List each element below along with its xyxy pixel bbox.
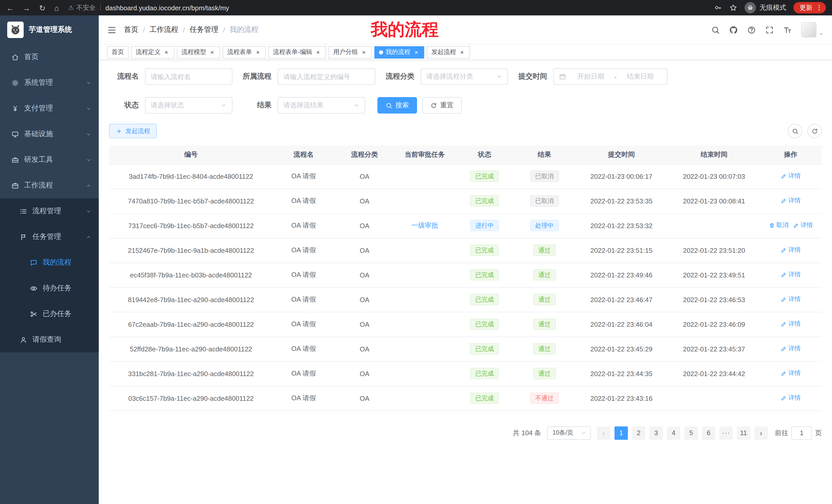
home-button[interactable]: ⌂: [54, 4, 59, 11]
detail-link[interactable]: 详情: [781, 246, 801, 255]
next-page-button[interactable]: ›: [754, 426, 768, 440]
sidebar-item-todo-task[interactable]: 待办任务: [0, 275, 99, 301]
sidebar-item-label: 基础设施: [24, 130, 53, 139]
filter-label-process-def: 所属流程: [240, 72, 271, 81]
action-label: 详情: [788, 172, 801, 180]
cell-actions: 详情: [760, 287, 822, 312]
sidebar-item-home[interactable]: 首页: [0, 44, 99, 70]
incognito-badge[interactable]: 无痕模式: [745, 2, 786, 13]
close-icon[interactable]: ×: [209, 49, 215, 55]
page-button-3[interactable]: 3: [649, 426, 663, 440]
result-select[interactable]: 请选择流结果: [278, 97, 365, 114]
page-button-4[interactable]: 4: [667, 426, 680, 440]
toggle-search-button[interactable]: [788, 124, 802, 138]
sidebar-item-label: 支付管理: [24, 104, 53, 113]
submit-time-range-picker[interactable]: 开始日期 - 结束日期: [553, 68, 668, 85]
sidebar-item-infrastructure[interactable]: 基础设施: [0, 121, 99, 147]
close-icon[interactable]: ×: [361, 49, 367, 55]
create-process-button[interactable]: 发起流程: [109, 124, 157, 138]
detail-link[interactable]: 详情: [793, 221, 813, 230]
refresh-icon: [811, 128, 818, 134]
cell-end-time: 2022-01-22 23:49:51: [669, 262, 760, 287]
close-icon[interactable]: ×: [413, 49, 420, 55]
detail-link[interactable]: 详情: [781, 271, 801, 279]
page-button-6[interactable]: 6: [702, 426, 715, 440]
sidebar-item-leave-query[interactable]: 请假查询: [0, 327, 99, 353]
user-menu[interactable]: [801, 22, 824, 37]
tab-用户分组[interactable]: 用户分组×: [329, 46, 372, 58]
tab-流程模型[interactable]: 流程模型×: [177, 46, 220, 58]
tab-流程表单-编辑[interactable]: 流程表单-编辑×: [268, 46, 326, 58]
sidebar-item-dev-tools[interactable]: 研发工具: [0, 147, 99, 173]
sidebar: 芋道管理系统 首页系统管理支付管理基础设施研发工具工作流程流程管理任务管理我的流…: [0, 16, 99, 504]
task-link[interactable]: 一级审批: [411, 221, 438, 230]
edit-icon: [793, 222, 799, 229]
search-icon[interactable]: [711, 25, 720, 34]
detail-link[interactable]: 详情: [781, 369, 801, 378]
menu-dots-icon[interactable]: [815, 4, 823, 11]
detail-link[interactable]: 详情: [781, 394, 801, 402]
close-icon[interactable]: ×: [255, 49, 261, 55]
toolbar-right: [788, 124, 822, 138]
breadcrumb-item[interactable]: 首页: [124, 25, 138, 34]
process-name-input[interactable]: [145, 68, 232, 85]
help-icon[interactable]: [747, 25, 756, 34]
forward-button[interactable]: →: [23, 4, 30, 11]
password-key-icon[interactable]: [714, 4, 722, 12]
address-bar[interactable]: ⚠ 不安全 dashboard.yudao.iocoder.cn/bpm/tas…: [68, 3, 714, 12]
sidebar-toggle-button[interactable]: [107, 25, 117, 35]
table-row: 03c6c157-7b9a-11ec-a290-acde48001122OA 请…: [109, 386, 822, 411]
close-icon[interactable]: ×: [459, 49, 465, 55]
back-button[interactable]: ←: [6, 4, 14, 11]
breadcrumb-item[interactable]: 任务管理: [190, 25, 218, 34]
sidebar-item-done-task[interactable]: 已办任务: [0, 301, 99, 327]
search-button[interactable]: 搜索: [378, 97, 417, 114]
refresh-table-button[interactable]: [807, 124, 822, 138]
tab-首页[interactable]: 首页: [107, 46, 129, 58]
reset-button[interactable]: 重置: [422, 97, 462, 114]
update-button[interactable]: 更新: [794, 2, 826, 13]
table-row: 3ad174fb-7b9d-11ec-8404-acde48001122OA 请…: [109, 164, 822, 189]
detail-link[interactable]: 详情: [781, 344, 801, 353]
tab-label: 流程定义: [136, 48, 160, 57]
sidebar-item-task-mgmt[interactable]: 任务管理: [0, 224, 99, 250]
column-header: 结果: [515, 145, 574, 164]
active-dot: [379, 50, 383, 54]
tab-发起流程[interactable]: 发起流程×: [427, 46, 470, 58]
detail-link[interactable]: 详情: [781, 172, 801, 180]
status-tag: 已完成: [470, 393, 499, 404]
detail-link[interactable]: 详情: [781, 197, 801, 205]
tab-流程表单[interactable]: 流程表单×: [223, 46, 266, 58]
page-button-5[interactable]: 5: [684, 426, 698, 440]
page-button-2[interactable]: 2: [632, 426, 645, 440]
tab-流程定义[interactable]: 流程定义×: [131, 46, 174, 58]
sidebar-item-payment-mgmt[interactable]: 支付管理: [0, 95, 99, 121]
sidebar-item-workflow[interactable]: 工作流程: [0, 173, 99, 198]
sidebar-item-label: 待办任务: [43, 284, 72, 293]
fullscreen-icon[interactable]: [765, 25, 774, 34]
tab-我的流程[interactable]: 我的流程×: [374, 46, 424, 58]
close-icon[interactable]: ×: [315, 49, 321, 55]
sidebar-item-process-mgmt[interactable]: 流程管理: [0, 198, 99, 224]
bookmark-star-icon[interactable]: [729, 4, 737, 12]
status-select[interactable]: 请选择状态: [145, 97, 232, 114]
font-size-icon[interactable]: [783, 25, 792, 34]
github-icon[interactable]: [729, 25, 738, 34]
sidebar-item-system-mgmt[interactable]: 系统管理: [0, 70, 99, 95]
category-select[interactable]: 请选择流程分类: [421, 68, 508, 85]
page-button-11[interactable]: 11: [737, 426, 750, 440]
detail-link[interactable]: 详情: [781, 295, 801, 304]
cell-name: OA 请假: [273, 213, 334, 238]
reload-button[interactable]: ↻: [39, 4, 46, 11]
page-more-button[interactable]: ···: [719, 426, 733, 440]
cancel-link[interactable]: 取消: [769, 221, 788, 230]
breadcrumb-item[interactable]: 工作流程: [150, 25, 178, 34]
goto-page-input[interactable]: [791, 426, 812, 440]
page-button-1[interactable]: 1: [615, 426, 628, 440]
page-size-select[interactable]: 10条/页: [547, 426, 591, 440]
close-icon[interactable]: ×: [163, 49, 170, 55]
sidebar-item-my-process[interactable]: 我的流程: [0, 250, 99, 275]
prev-page-button[interactable]: ‹: [597, 426, 610, 440]
detail-link[interactable]: 详情: [781, 320, 801, 329]
process-def-input[interactable]: [278, 68, 375, 85]
